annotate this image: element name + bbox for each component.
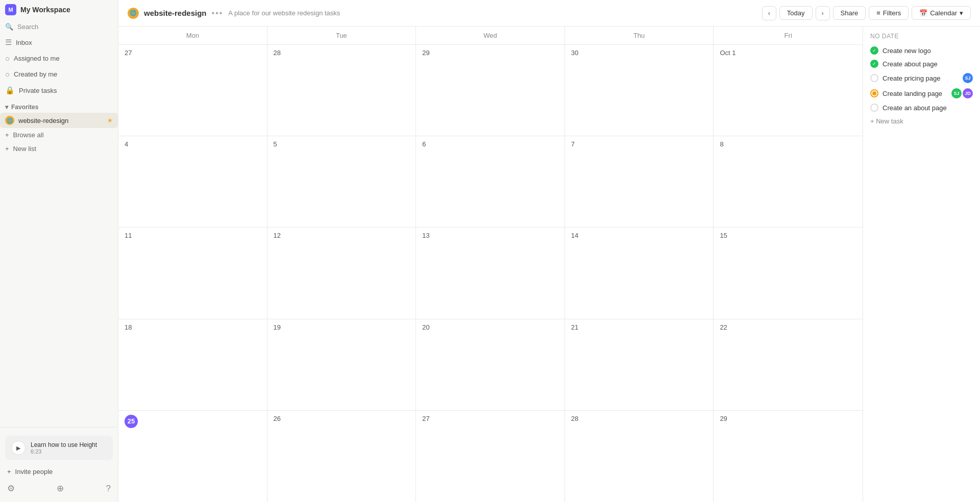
more-options-btn[interactable]: ••• bbox=[212, 9, 224, 18]
cal-cell-20[interactable]: 20 bbox=[416, 319, 565, 410]
main-content: 🌐 website-redesign ••• A place for our w… bbox=[118, 0, 980, 502]
invite-label: Invite people bbox=[15, 468, 53, 475]
task-item-3[interactable]: Create pricing page SJ bbox=[863, 70, 980, 86]
help-icon[interactable]: ? bbox=[106, 484, 111, 494]
task-label-4: Create landing page bbox=[883, 90, 947, 97]
col-wed: Wed bbox=[416, 27, 565, 44]
learn-box[interactable]: ▶ Learn how to use Height 6:23 bbox=[5, 436, 113, 460]
header-list-name: website-redesign bbox=[144, 9, 207, 17]
task-label-2: Create about page bbox=[883, 60, 973, 68]
new-task-label: + New task bbox=[870, 117, 903, 125]
cal-cell-28[interactable]: 28 bbox=[267, 45, 416, 136]
search-item[interactable]: 🔍 Search bbox=[0, 19, 118, 34]
header-actions: ‹ Today › Share ≡ Filters 📅 Calendar ▾ bbox=[762, 6, 971, 20]
new-list-btn[interactable]: + New list bbox=[0, 142, 118, 156]
inbox-label: Inbox bbox=[16, 39, 32, 46]
cal-grid: 27 28 29 30 Oct 1 4 5 6 7 8 11 12 bbox=[118, 45, 863, 502]
cal-cell-5[interactable]: 5 bbox=[267, 136, 416, 227]
website-redesign-label: website-redesign bbox=[18, 117, 68, 124]
private-label: Private tasks bbox=[19, 87, 57, 94]
cal-cell-28b[interactable]: 28 bbox=[565, 411, 714, 502]
task-item-5[interactable]: Create an about page bbox=[863, 101, 980, 114]
task-item-4[interactable]: Create landing page SJ JD bbox=[863, 86, 980, 101]
add-icon[interactable]: ⊕ bbox=[57, 483, 64, 494]
cal-week-5: 25 26 27 28 29 bbox=[118, 411, 863, 502]
cal-cell-15[interactable]: 15 bbox=[714, 228, 863, 318]
task-label-5: Create an about page bbox=[883, 104, 973, 112]
workspace-label: My Workspace bbox=[20, 6, 70, 14]
calendar-btn[interactable]: 📅 Calendar ▾ bbox=[912, 6, 971, 20]
globe-icon: 🌐 bbox=[5, 116, 14, 125]
cal-cell-30[interactable]: 30 bbox=[565, 45, 714, 136]
new-task-btn[interactable]: + New task bbox=[863, 114, 980, 128]
task-checkbox-4[interactable] bbox=[870, 89, 878, 97]
task-label-1: Create new logo bbox=[883, 47, 973, 55]
filters-btn[interactable]: ≡ Filters bbox=[869, 6, 909, 20]
cal-week-3: 11 12 13 14 15 bbox=[118, 228, 863, 319]
task-label-3: Create pricing page bbox=[883, 74, 959, 82]
task-checkbox-5[interactable] bbox=[870, 104, 878, 112]
cal-cell-27b[interactable]: 27 bbox=[416, 411, 565, 502]
task-checkbox-2[interactable] bbox=[870, 60, 878, 68]
cal-cell-4[interactable]: 4 bbox=[118, 136, 267, 227]
calendar-area: Mon Tue Wed Thu Fri 27 28 29 30 Oct 1 4 bbox=[118, 27, 980, 502]
col-thu: Thu bbox=[565, 27, 714, 44]
assigned-label: Assigned to me bbox=[14, 55, 60, 62]
cal-cell-8[interactable]: 8 bbox=[714, 136, 863, 227]
filters-label: Filters bbox=[883, 9, 901, 17]
cal-cell-29b[interactable]: 29 bbox=[714, 411, 863, 502]
today-btn[interactable]: Today bbox=[779, 6, 813, 20]
plus-icon: + bbox=[5, 131, 9, 139]
learn-time: 6:23 bbox=[31, 448, 97, 455]
play-button[interactable]: ▶ bbox=[11, 441, 26, 455]
favorites-label: Favorites bbox=[11, 104, 38, 111]
task-checkbox-1[interactable] bbox=[870, 46, 878, 55]
prev-btn[interactable]: ‹ bbox=[762, 6, 776, 20]
cal-cell-14[interactable]: 14 bbox=[565, 228, 714, 318]
col-mon: Mon bbox=[118, 27, 267, 44]
browse-all-label: Browse all bbox=[13, 131, 44, 139]
next-btn[interactable]: › bbox=[816, 6, 830, 20]
sidebar-item-private[interactable]: 🔒 Private tasks bbox=[0, 82, 118, 98]
sidebar-item-website-redesign[interactable]: 🌐 website-redesign ★ bbox=[0, 113, 118, 128]
browse-all-btn[interactable]: + Browse all bbox=[0, 128, 118, 142]
sidebar-item-inbox[interactable]: ☰ Inbox bbox=[0, 34, 118, 51]
star-icon: ★ bbox=[107, 117, 113, 124]
cal-cell-11[interactable]: 11 bbox=[118, 228, 267, 318]
task-avatar-4a: SJ bbox=[951, 88, 962, 98]
invite-people-btn[interactable]: + Invite people bbox=[0, 464, 118, 479]
cal-cell-6[interactable]: 6 bbox=[416, 136, 565, 227]
task-item-1[interactable]: Create new logo bbox=[863, 44, 980, 57]
header-description: A place for our website redesign tasks bbox=[228, 9, 756, 17]
share-btn[interactable]: Share bbox=[833, 6, 866, 20]
cal-cell-13[interactable]: 13 bbox=[416, 228, 565, 318]
cal-cell-21[interactable]: 21 bbox=[565, 319, 714, 410]
task-checkbox-3[interactable] bbox=[870, 74, 878, 82]
header: 🌐 website-redesign ••• A place for our w… bbox=[118, 0, 980, 27]
cal-cell-18[interactable]: 18 bbox=[118, 319, 267, 410]
cal-cell-29[interactable]: 29 bbox=[416, 45, 565, 136]
plus-new-list-icon: + bbox=[5, 145, 9, 153]
cal-cell-12[interactable]: 12 bbox=[267, 228, 416, 318]
task-item-2[interactable]: Create about page bbox=[863, 57, 980, 70]
calendar-main: Mon Tue Wed Thu Fri 27 28 29 30 Oct 1 4 bbox=[118, 27, 863, 502]
cal-cell-25[interactable]: 25 bbox=[118, 411, 267, 502]
cal-cell-19[interactable]: 19 bbox=[267, 319, 416, 410]
cal-cell-27[interactable]: 27 bbox=[118, 45, 267, 136]
cal-cell-26[interactable]: 26 bbox=[267, 411, 416, 502]
cal-cell-22[interactable]: 22 bbox=[714, 319, 863, 410]
task-avatar-4b: JD bbox=[963, 88, 973, 98]
cal-cell-7[interactable]: 7 bbox=[565, 136, 714, 227]
cal-cell-oct1[interactable]: Oct 1 bbox=[714, 45, 863, 136]
col-fri: Fri bbox=[714, 27, 863, 44]
sidebar-item-created[interactable]: ○ Created by me bbox=[0, 66, 118, 82]
task-avatar-3: SJ bbox=[963, 73, 973, 83]
chevron-down-icon: ▾ bbox=[5, 104, 8, 111]
settings-icon[interactable]: ⚙ bbox=[7, 483, 15, 494]
sidebar-item-assigned[interactable]: ○ Assigned to me bbox=[0, 51, 118, 66]
workspace-item[interactable]: M My Workspace bbox=[0, 0, 118, 19]
new-list-label: New list bbox=[13, 145, 37, 153]
header-globe-icon: 🌐 bbox=[128, 8, 139, 19]
learn-label: Learn how to use Height bbox=[31, 441, 97, 448]
favorites-section[interactable]: ▾ Favorites bbox=[0, 98, 118, 113]
